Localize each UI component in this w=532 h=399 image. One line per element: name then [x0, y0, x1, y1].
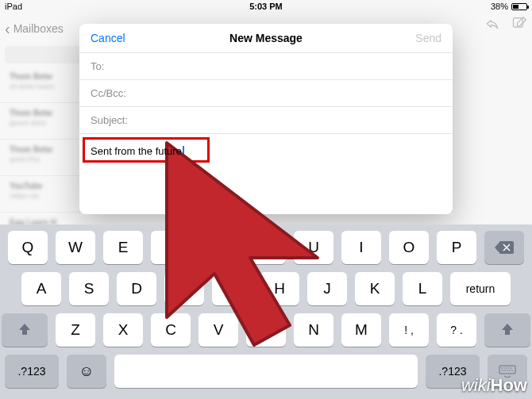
key-r[interactable]: R [151, 231, 191, 264]
battery-pct: 38% [491, 2, 508, 11]
svg-point-3 [503, 367, 504, 368]
key-j[interactable]: J [307, 272, 347, 305]
svg-point-4 [506, 367, 507, 368]
compose-icon[interactable] [511, 16, 527, 32]
ccbcc-field[interactable]: Cc/Bcc: [79, 79, 453, 106]
key-v[interactable]: V [199, 313, 238, 347]
wikihow-watermark: wikiHow [461, 375, 527, 396]
body-text: Sent from the future [91, 145, 182, 157]
text-caret [183, 146, 184, 157]
to-input[interactable] [110, 60, 441, 72]
status-time: 5:03 PM [249, 2, 283, 11]
svg-point-6 [511, 367, 511, 368]
key-p[interactable]: P [437, 231, 476, 264]
shift-icon [500, 323, 515, 337]
key-space[interactable] [114, 355, 418, 388]
backspace-icon [495, 241, 514, 254]
compose-header: Cancel New Message Send [79, 24, 453, 52]
svg-rect-1 [499, 366, 515, 374]
subject-field[interactable]: Subject: [79, 106, 453, 133]
key-s[interactable]: S [69, 272, 109, 305]
svg-point-9 [507, 370, 507, 370]
key-c[interactable]: C [151, 313, 191, 347]
svg-point-10 [509, 370, 510, 370]
key-a[interactable]: A [21, 272, 61, 305]
ccbcc-label: Cc/Bcc: [91, 87, 126, 99]
subject-input[interactable] [134, 114, 441, 126]
cancel-button[interactable]: Cancel [91, 32, 125, 44]
key-shift-right[interactable] [484, 313, 530, 347]
key-g[interactable]: G [212, 272, 252, 305]
nav-toolbar [484, 16, 527, 32]
svg-point-7 [502, 370, 503, 370]
key-u[interactable]: U [294, 231, 333, 264]
key-d[interactable]: D [117, 272, 156, 305]
key-numbers[interactable]: .?123 [5, 355, 59, 388]
key-f[interactable]: F [164, 272, 204, 305]
battery-icon [511, 3, 527, 10]
shift-icon [17, 323, 32, 337]
key-backspace[interactable] [484, 231, 524, 264]
key-q[interactable]: Q [8, 231, 48, 264]
send-button[interactable]: Send [415, 32, 441, 44]
svg-point-5 [508, 367, 509, 368]
key-z[interactable]: Z [56, 313, 95, 347]
key-l[interactable]: L [403, 272, 442, 305]
message-body[interactable]: Sent from the future [79, 133, 453, 214]
key-t[interactable]: T [199, 231, 238, 264]
compose-sheet: Cancel New Message Send To: Cc/Bcc: Subj… [79, 24, 453, 214]
reply-icon[interactable] [484, 16, 500, 32]
back-label: Mailboxes [13, 22, 64, 35]
onscreen-keyboard: Q W E R T Y U I O P A S D F G H J K L re… [0, 224, 532, 399]
key-emoji[interactable]: ☺ [67, 355, 106, 388]
key-y[interactable]: Y [246, 231, 286, 264]
nav-back[interactable]: ‹ Mailboxes [0, 16, 64, 41]
key-return[interactable]: return [450, 272, 511, 305]
key-m[interactable]: M [341, 313, 381, 347]
key-comma[interactable]: ! , [389, 313, 429, 347]
ccbcc-input[interactable] [133, 87, 441, 99]
key-i[interactable]: I [341, 231, 381, 264]
to-label: To: [91, 60, 104, 72]
key-period[interactable]: ? . [437, 313, 476, 347]
status-bar: iPad 5:03 PM 38% [0, 0, 532, 13]
svg-point-11 [511, 370, 512, 370]
compose-title: New Message [229, 32, 303, 44]
key-b[interactable]: B [246, 313, 286, 347]
svg-point-2 [501, 367, 502, 368]
key-o[interactable]: O [389, 231, 429, 264]
key-n[interactable]: N [294, 313, 333, 347]
key-x[interactable]: X [103, 313, 143, 347]
key-h[interactable]: H [260, 272, 299, 305]
device-label: iPad [5, 2, 22, 11]
chevron-left-icon: ‹ [5, 20, 10, 38]
to-field[interactable]: To: [79, 52, 453, 79]
key-e[interactable]: E [103, 231, 143, 264]
svg-point-8 [504, 370, 505, 370]
search-input[interactable] [5, 46, 91, 63]
key-w[interactable]: W [56, 231, 95, 264]
subject-label: Subject: [91, 114, 128, 126]
key-k[interactable]: K [355, 272, 395, 305]
key-shift[interactable] [2, 313, 48, 347]
